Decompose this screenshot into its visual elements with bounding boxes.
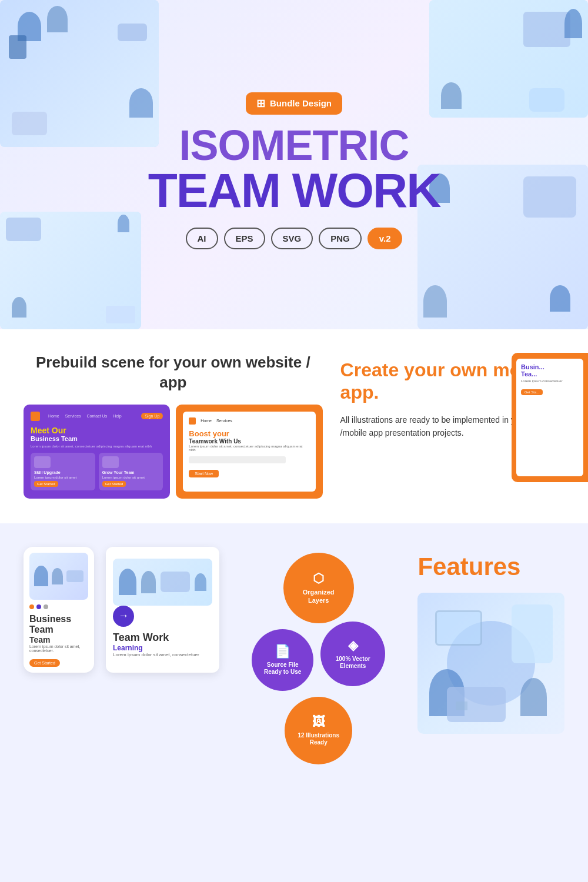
mockup-signup-btn: Sign Up [141, 413, 163, 419]
format-eps: EPS [224, 228, 265, 249]
middle-section: Prebuild scene for your own website / ap… [0, 329, 588, 523]
phone-status-dots [29, 604, 88, 609]
app-mockup-white: Home Services Boost your Teamwork With U… [183, 412, 315, 492]
format-png: PNG [319, 228, 362, 249]
brand-icon: ⊞ [256, 97, 265, 110]
card1-btn: Get Started [34, 481, 58, 487]
app-search-bar [189, 456, 285, 463]
app-desc: Lorem ipsum dolor sit amet, consectetuer… [189, 445, 309, 452]
hero-illustration-bottom-right [417, 165, 588, 329]
mockup-desc: Lorem ipsum dolor sit amet, consectetuer… [31, 445, 163, 448]
tablet-arrow-icon: → [113, 606, 134, 627]
source-file-icon: 📄 [275, 644, 290, 659]
tablet-illus [113, 559, 212, 606]
hero-section: ⊞ Bundle Design ISOMETRIC TEAM WORK AI E… [0, 0, 588, 329]
features-section: Business Team Team Lorem ipsum dolor sit… [0, 523, 588, 788]
mockup-nav: Home Services Contact Us Help Sign Up [31, 412, 163, 421]
phone-desc: Lorem ipsum dolor sit amet, consectetuer… [29, 644, 88, 653]
mockup-subheading: Business Team [31, 435, 163, 442]
vector-icon: ◈ [348, 638, 358, 653]
bubble-vector: ◈ 100% VectorElements [320, 622, 385, 686]
tablet-title: Team Work [113, 632, 212, 644]
mockup-cards: Skill Upgrade Lorem ipsum dolor sit amet… [31, 453, 163, 490]
hero-title: ISOMETRIC TEAM WORK [148, 124, 440, 215]
mobile-preview-title: Busin...Tea... [521, 363, 579, 377]
card2-btn: Get Started [102, 481, 126, 487]
app-mockup: Home Services Boost your Teamwork With U… [176, 405, 322, 506]
create-section: Create your own mobile app. All illustra… [340, 353, 564, 449]
phone-illus [29, 553, 88, 600]
bubble-label-illustrations: 12 IllustrationsReady [294, 732, 343, 746]
card2-desc: Lorem ipsum dolor sit amet [102, 476, 160, 479]
app-mockup-inner: Home Services Boost your Teamwork With U… [176, 405, 322, 499]
website-mockup: Home Services Contact Us Help Sign Up Me… [24, 405, 170, 506]
features-right: Features [417, 547, 564, 764]
dot-3 [44, 604, 48, 609]
layers-icon: ⬡ [313, 571, 324, 586]
format-version: v.2 [368, 228, 403, 249]
mobile-preview-btn: Get Sta... [521, 389, 543, 395]
hero-illustration-bottom-left [0, 212, 141, 329]
card2-icon [102, 456, 119, 468]
prebuild-title-plain: your own website / app [159, 353, 310, 391]
features-title: Features [417, 553, 564, 581]
bubble-illustrations: 🖼 12 IllustrationsReady [285, 697, 352, 764]
app-cta-btn: Start Now [189, 470, 219, 477]
tablet-preview: → Team Work Learning Lorem ipsum dolor s… [106, 547, 219, 673]
phone-cta-btn: Get Started [29, 659, 60, 667]
format-svg: SVG [271, 228, 313, 249]
website-mockup-inner: Home Services Contact Us Help Sign Up Me… [24, 405, 170, 499]
brand-badge: ⊞ Bundle Design [246, 92, 342, 115]
format-badges: AI EPS SVG PNG v.2 [186, 228, 403, 249]
mockups-row: Home Services Contact Us Help Sign Up Me… [24, 405, 323, 506]
bubble-organized-layers: ⬡ OrganizedLayers [283, 553, 354, 623]
device-previews: Business Team Team Lorem ipsum dolor sit… [24, 547, 219, 673]
brand-name: Bundle Design [270, 98, 332, 108]
app-nav: Home Services [189, 417, 309, 425]
illustrations-icon: 🖼 [312, 714, 325, 730]
bubble-label-organized: OrganizedLayers [298, 589, 339, 604]
mockup-card-1: Skill Upgrade Lorem ipsum dolor sit amet… [31, 453, 95, 490]
phone-title: Business Team [29, 614, 88, 635]
hero-title-line2: TEAM WORK [148, 166, 440, 215]
feature-bubbles: ⬡ OrganizedLayers 📄 Source FileReady to … [237, 547, 400, 764]
dot-2 [36, 604, 41, 609]
app-subheading: Teamwork With Us [189, 438, 309, 445]
card1-icon [34, 456, 51, 468]
tablet-subtitle: Learning [113, 644, 212, 652]
mobile-preview-right: Busin...Tea... Lorem ipsum consectetuer … [512, 353, 588, 482]
tablet-desc: Lorem ipsum dolor sit amet, consectetuer [113, 652, 212, 657]
features-left: Business Team Team Lorem ipsum dolor sit… [24, 547, 219, 764]
hero-illustration-top-left [0, 0, 159, 147]
app-heading: Boost your [189, 429, 309, 438]
prebuild-title-colored: Prebuild scene for [36, 353, 169, 371]
mobile-preview-desc: Lorem ipsum consectetuer [521, 379, 579, 383]
features-illustration [417, 593, 564, 734]
dot-1 [29, 604, 34, 609]
mockup-heading: Meet Our [31, 426, 163, 435]
bubble-label-source: Source FileReady to Use [260, 662, 305, 676]
bubble-source-file: 📄 Source FileReady to Use [252, 629, 313, 691]
app-nav-logo [189, 417, 196, 425]
mockup-nav-logo [31, 412, 40, 421]
mobile-preview-inner: Busin...Tea... Lorem ipsum consectetuer … [516, 359, 583, 476]
format-ai: AI [186, 228, 218, 249]
card2-title: Grow Your Team [102, 470, 160, 475]
bubbles-middle-row: 📄 Source FileReady to Use ◈ 100% VectorE… [252, 629, 385, 691]
phone-title-2: Team [29, 635, 88, 644]
hero-title-line1: ISOMETRIC [148, 124, 440, 166]
card1-title: Skill Upgrade [34, 470, 92, 475]
prebuild-left: Prebuild scene for your own website / ap… [24, 353, 323, 506]
mockup-card-2: Grow Your Team Lorem ipsum dolor sit ame… [99, 453, 163, 490]
card1-desc: Lorem ipsum dolor sit amet [34, 476, 92, 479]
phone-preview: Business Team Team Lorem ipsum dolor sit… [24, 547, 94, 673]
prebuild-title: Prebuild scene for your own website / ap… [24, 353, 323, 393]
bubble-label-vector: 100% VectorElements [332, 656, 374, 670]
hero-illustration-top-right [429, 0, 588, 118]
